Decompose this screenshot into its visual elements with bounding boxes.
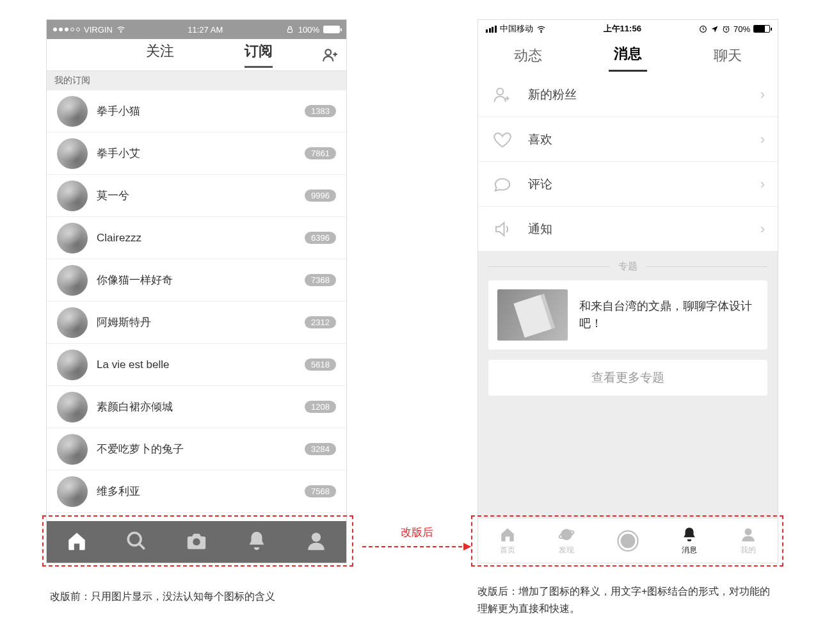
menu-label: 新的粉丝 [528,86,760,103]
list-item[interactable]: 拳手小艾 7861 [47,133,346,175]
count-badge: 3284 [305,443,336,455]
list-item[interactable]: 拳手小猫 1383 [47,90,346,133]
list-item-name: 拳手小艾 [97,146,305,161]
clock-label: 11:27 AM [188,25,223,35]
camera-icon [186,530,207,552]
battery-pct-label: 100% [298,25,319,35]
list-item-name: 阿姆斯特丹 [97,315,305,330]
avatar [57,138,88,169]
menu-notifications[interactable]: 通知 › [478,207,778,252]
clock-label: 上午11:56 [604,23,641,35]
location-icon [710,25,719,33]
tab-subscribe[interactable]: 订阅 [245,42,273,68]
add-person-button[interactable] [314,47,346,63]
nav-discover[interactable]: 发现 [558,526,575,556]
avatar [57,181,88,211]
topic-card[interactable]: 和来自台湾的文鼎，聊聊字体设计吧！ [488,280,767,350]
nav-notifications[interactable] [246,530,268,554]
menu-new-followers[interactable]: 新的粉丝 › [478,72,778,117]
nav-profile[interactable] [305,530,327,554]
list-item[interactable]: 你像猫一样好奇 7368 [47,259,346,302]
comment-icon [491,175,514,194]
topic-divider-label: 专题 [609,261,646,273]
avatar [57,307,88,338]
svg-point-3 [129,533,141,545]
list-item[interactable]: 阿姆斯特丹 2312 [47,302,346,344]
subscription-list: 拳手小猫 1383 拳手小艾 7861 莫一兮 9996 Clairezzz 6… [47,90,346,513]
wifi-icon [116,25,125,34]
count-badge: 2312 [305,316,336,328]
person-icon [305,530,327,552]
svg-point-9 [497,88,503,95]
svg-point-4 [193,538,200,545]
list-item-name: 不爱吃萝卜的兔子 [97,442,305,456]
list-item[interactable]: La vie est belle 5618 [47,344,346,386]
nav-home[interactable]: 首页 [499,526,516,556]
heart-icon [491,130,514,149]
menu-likes[interactable]: 喜欢 › [478,117,778,162]
top-tabs: 动态 消息 聊天 [478,38,778,72]
list-item-name: 素颜白裙亦倾城 [97,399,305,414]
topic-card-text: 和来自台湾的文鼎，聊聊字体设计吧！ [579,298,758,332]
caption-before: 改版前：只用图片显示，没法认知每个图标的含义 [50,588,351,605]
svg-point-13 [621,533,636,548]
svg-point-14 [745,528,752,535]
nav-messages[interactable]: 消息 [681,526,698,556]
topic-section: 专题 和来自台湾的文鼎，聊聊字体设计吧！ 查看更多专题 [478,252,778,563]
count-badge: 7861 [305,147,336,159]
status-bar: 中国移动 上午11:56 70% [478,20,778,38]
topic-more-button[interactable]: 查看更多专题 [488,360,767,396]
arrow-icon [362,546,471,547]
bell-icon [246,530,268,552]
count-badge: 1208 [305,401,336,413]
list-item-name: 莫一兮 [97,188,305,203]
signal-icon [486,26,497,33]
tab-chat[interactable]: 聊天 [709,46,747,72]
nav-home[interactable] [66,530,88,554]
person-icon [740,526,757,543]
caption-after: 改版后：增加了图标的释义，用文字+图标结合的形式，对功能的理解更为直接和快速。 [477,583,778,617]
tab-feed[interactable]: 动态 [509,46,547,72]
menu-comments[interactable]: 评论 › [478,162,778,207]
home-icon [499,526,516,543]
planet-icon [558,526,575,543]
avatar [57,223,88,254]
status-bar: VIRGIN 11:27 AM 100% [47,20,346,39]
nav-label: 消息 [682,545,697,556]
tab-follow[interactable]: 关注 [146,42,174,68]
chevron-right-icon: › [760,176,765,193]
battery-pct-label: 70% [734,24,750,34]
nav-center[interactable] [617,530,639,552]
compass-icon [699,25,707,33]
topic-thumbnail [497,289,568,341]
list-item-name: Clairezzz [97,232,305,245]
svg-point-6 [540,31,541,32]
avatar [57,350,88,380]
circle-icon [617,530,639,552]
list-item[interactable]: 不爱吃萝卜的兔子 3284 [47,428,346,471]
list-item[interactable]: 素颜白裙亦倾城 1208 [47,386,346,428]
list-item[interactable]: 维多利亚 7568 [47,471,346,513]
top-tabs: 关注 订阅 [47,39,346,71]
nav-camera[interactable] [186,530,207,554]
avatar [57,265,88,296]
nav-search[interactable] [125,530,147,554]
menu-list: 新的粉丝 › 喜欢 › 评论 › 通知 › [478,72,778,252]
tab-messages[interactable]: 消息 [609,44,647,72]
nav-me[interactable]: 我的 [740,526,757,556]
bottom-nav: 首页 发现 消息 我的 [478,518,778,563]
list-item[interactable]: Clairezzz 6396 [47,217,346,259]
list-item[interactable]: 莫一兮 9996 [47,175,346,217]
avatar [57,476,88,507]
count-badge: 9996 [305,189,336,202]
nav-label: 发现 [559,545,574,556]
svg-point-5 [312,533,321,542]
chevron-right-icon: › [760,131,765,148]
search-icon [125,530,147,552]
person-add-icon [491,85,514,104]
arrow-label: 改版后 [362,525,471,540]
count-badge: 1383 [305,105,336,117]
nav-label: 首页 [500,545,515,556]
alarm-icon [722,25,730,33]
carrier-label: VIRGIN [84,25,113,35]
